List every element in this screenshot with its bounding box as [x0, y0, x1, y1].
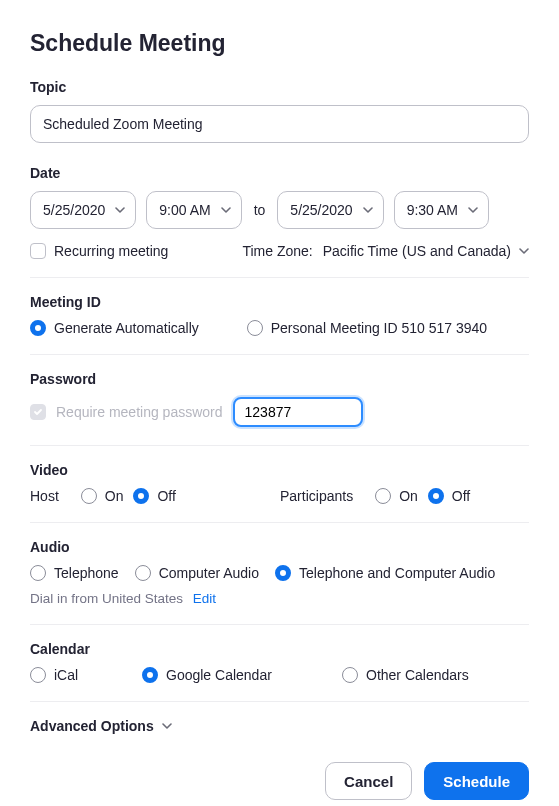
timezone-value: Pacific Time (US and Canada) [323, 243, 511, 259]
divider [30, 624, 529, 625]
calendar-label: Calendar [30, 641, 529, 657]
chevron-down-icon [162, 721, 172, 731]
end-date-value: 5/25/2020 [290, 202, 352, 218]
off-label: Off [157, 488, 175, 504]
schedule-button[interactable]: Schedule [424, 762, 529, 800]
require-password-checkbox[interactable] [30, 404, 46, 420]
recurring-label: Recurring meeting [54, 243, 168, 259]
calendar-ical-radio[interactable] [30, 667, 46, 683]
start-time-select[interactable]: 9:00 AM [146, 191, 241, 229]
end-time-select[interactable]: 9:30 AM [394, 191, 489, 229]
meeting-id-auto-label: Generate Automatically [54, 320, 199, 336]
host-video-on-radio[interactable] [81, 488, 97, 504]
end-date-select[interactable]: 5/25/2020 [277, 191, 383, 229]
video-label: Video [30, 462, 529, 478]
divider [30, 277, 529, 278]
start-date-select[interactable]: 5/25/2020 [30, 191, 136, 229]
chevron-down-icon [468, 205, 478, 215]
calendar-ical-label: iCal [54, 667, 78, 683]
audio-telephone-radio[interactable] [30, 565, 46, 581]
start-date-value: 5/25/2020 [43, 202, 105, 218]
topic-input[interactable] [30, 105, 529, 143]
to-label: to [252, 202, 268, 218]
meeting-id-pmi-label: Personal Meeting ID 510 517 3940 [271, 320, 487, 336]
audio-telephone-label: Telephone [54, 565, 119, 581]
host-video-off-radio[interactable] [133, 488, 149, 504]
calendar-google-radio[interactable] [142, 667, 158, 683]
audio-computer-radio[interactable] [135, 565, 151, 581]
audio-label: Audio [30, 539, 529, 555]
divider [30, 701, 529, 702]
on-label: On [105, 488, 124, 504]
calendar-google-label: Google Calendar [166, 667, 272, 683]
participants-video-on-radio[interactable] [375, 488, 391, 504]
audio-computer-label: Computer Audio [159, 565, 259, 581]
recurring-checkbox[interactable] [30, 243, 46, 259]
audio-both-radio[interactable] [275, 565, 291, 581]
participants-video-off-radio[interactable] [428, 488, 444, 504]
advanced-options-label: Advanced Options [30, 718, 154, 734]
end-time-value: 9:30 AM [407, 202, 458, 218]
timezone-select[interactable]: Pacific Time (US and Canada) [323, 243, 529, 259]
timezone-prefix: Time Zone: [242, 243, 312, 259]
require-password-label: Require meeting password [56, 404, 223, 420]
video-participants-label: Participants [280, 488, 353, 504]
divider [30, 354, 529, 355]
page-title: Schedule Meeting [30, 30, 529, 57]
meeting-id-pmi-radio[interactable] [247, 320, 263, 336]
date-label: Date [30, 165, 529, 181]
password-label: Password [30, 371, 529, 387]
divider [30, 522, 529, 523]
chevron-down-icon [115, 205, 125, 215]
off-label: Off [452, 488, 470, 504]
audio-both-label: Telephone and Computer Audio [299, 565, 495, 581]
meeting-id-label: Meeting ID [30, 294, 529, 310]
start-time-value: 9:00 AM [159, 202, 210, 218]
on-label: On [399, 488, 418, 504]
calendar-other-label: Other Calendars [366, 667, 469, 683]
password-input[interactable] [233, 397, 363, 427]
chevron-down-icon [363, 205, 373, 215]
video-host-label: Host [30, 488, 59, 504]
meeting-id-auto-radio[interactable] [30, 320, 46, 336]
topic-label: Topic [30, 79, 529, 95]
advanced-options-toggle[interactable]: Advanced Options [30, 718, 529, 734]
chevron-down-icon [221, 205, 231, 215]
cancel-button[interactable]: Cancel [325, 762, 412, 800]
calendar-other-radio[interactable] [342, 667, 358, 683]
divider [30, 445, 529, 446]
dial-in-text: Dial in from United States [30, 591, 183, 606]
dial-in-edit-link[interactable]: Edit [193, 591, 216, 606]
chevron-down-icon [519, 246, 529, 256]
